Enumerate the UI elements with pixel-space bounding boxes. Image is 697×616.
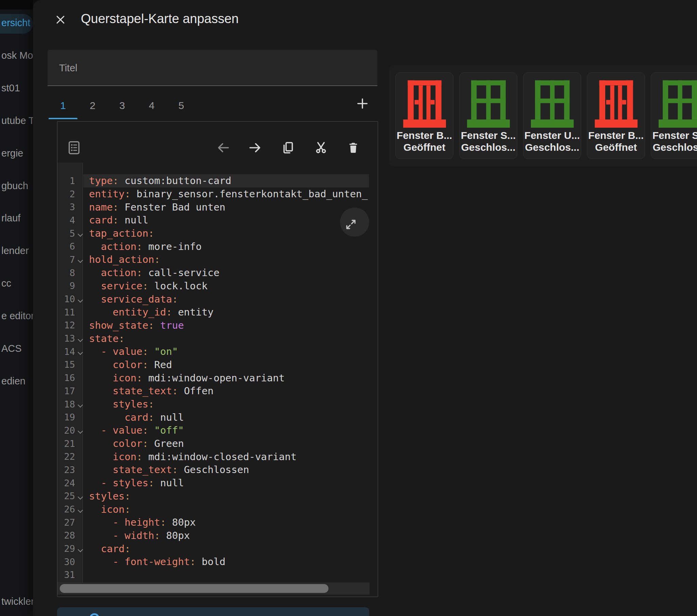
code-line: 8 action: call-service bbox=[57, 266, 378, 280]
card-state-text: Geöffnet bbox=[403, 141, 445, 153]
card-tab[interactable]: 3 bbox=[107, 92, 137, 119]
fold-caret-icon[interactable] bbox=[78, 508, 83, 514]
line-number: 21 bbox=[57, 438, 78, 449]
code-line: 13state: bbox=[57, 332, 378, 345]
card-title-input[interactable]: Titel bbox=[47, 50, 377, 86]
code-editor[interactable]: 1type: custom:button-card2entity: binary… bbox=[57, 163, 378, 582]
fold-caret-icon[interactable] bbox=[78, 495, 83, 500]
button-card-preview[interactable]: Fenster B... Geöffnet bbox=[395, 72, 454, 159]
code-line: 6 action: more-info bbox=[57, 240, 378, 253]
code-line: 9 service: lock.lock bbox=[57, 280, 378, 293]
horizontal-scrollbar-track[interactable] bbox=[57, 582, 370, 595]
sidebar-item-developer-tools[interactable]: twicklerw bbox=[1, 596, 33, 607]
code-line: 1type: custom:button-card bbox=[57, 174, 378, 187]
line-number: 7 bbox=[57, 254, 78, 265]
line-number: 20 bbox=[57, 425, 78, 436]
sidebar-item[interactable]: utube Te bbox=[1, 115, 33, 126]
sidebar-item[interactable]: st01 bbox=[1, 82, 20, 93]
card-tab[interactable]: 2 bbox=[78, 92, 107, 119]
code-line: 27 - height: 80px bbox=[57, 516, 378, 529]
fold-caret-icon[interactable] bbox=[78, 403, 83, 408]
card-state-text: Geschlos... bbox=[653, 141, 697, 153]
line-number: 13 bbox=[57, 333, 78, 344]
window-closed-variant-icon bbox=[656, 79, 697, 128]
code-line: 19 card: null bbox=[57, 410, 378, 424]
sidebar-item[interactable]: ersicht bbox=[1, 17, 30, 29]
line-number: 3 bbox=[57, 202, 78, 212]
button-card-preview[interactable]: Fenster U... Geschlos... bbox=[523, 72, 581, 159]
fold-caret-icon[interactable] bbox=[78, 337, 83, 343]
line-number: 19 bbox=[57, 412, 78, 422]
sidebar-item[interactable]: lender bbox=[1, 245, 29, 256]
fold-caret-icon[interactable] bbox=[78, 258, 83, 264]
line-number: 10 bbox=[57, 294, 78, 304]
yaml-editor-panel: 1type: custom:button-card2entity: binary… bbox=[57, 121, 378, 597]
card-entity-name: Fenster S... bbox=[461, 130, 516, 141]
close-button[interactable] bbox=[52, 12, 69, 28]
code-line: 25styles: bbox=[57, 490, 378, 503]
card-state-text: Geschlos... bbox=[525, 141, 579, 153]
code-line: 3name: Fenster Bad unten bbox=[57, 200, 378, 214]
button-card-preview[interactable]: Fenster S... Geschlos... bbox=[459, 72, 517, 159]
button-card-preview[interactable]: Fenster B... Geöffnet bbox=[587, 72, 645, 159]
line-number: 2 bbox=[57, 189, 78, 199]
fold-caret-icon[interactable] bbox=[78, 350, 83, 356]
undo-button[interactable] bbox=[216, 140, 231, 155]
horizontal-scrollbar-thumb[interactable] bbox=[60, 584, 328, 593]
fullscreen-button[interactable] bbox=[343, 217, 358, 232]
sidebar-item[interactable]: cc bbox=[1, 278, 11, 289]
code-line: 22 icon: mdi:window-closed-variant bbox=[57, 450, 378, 463]
line-number: 23 bbox=[57, 465, 78, 475]
code-line: 15 color: Red bbox=[57, 358, 378, 372]
fold-caret-icon[interactable] bbox=[78, 298, 83, 304]
card-tab[interactable]: 5 bbox=[166, 92, 196, 119]
delete-button[interactable] bbox=[345, 140, 361, 155]
copy-button[interactable] bbox=[280, 140, 296, 155]
line-number: 28 bbox=[57, 530, 78, 541]
edit-card-dialog: Querstapel-Karte anpassen Titel 12345 bbox=[33, 0, 697, 616]
line-number: 18 bbox=[57, 399, 78, 409]
code-line: 14 - value: "on" bbox=[57, 345, 378, 358]
sidebar-item[interactable]: gbuch bbox=[1, 180, 28, 191]
redo-button[interactable] bbox=[247, 140, 263, 155]
code-line: 4card: null bbox=[57, 214, 378, 227]
close-icon bbox=[55, 14, 66, 26]
card-tab[interactable]: 4 bbox=[137, 92, 166, 119]
line-number: 4 bbox=[57, 215, 78, 225]
arrow-right-icon bbox=[248, 141, 262, 154]
dialog-title: Querstapel-Karte anpassen bbox=[81, 12, 239, 26]
card-state-text: Geschlos... bbox=[461, 141, 515, 153]
add-card-button[interactable] bbox=[354, 95, 371, 112]
button-card-preview[interactable]: Fenster S... Geschlos... bbox=[651, 72, 697, 159]
card-entity-name: Fenster S... bbox=[653, 130, 697, 141]
sidebar-item[interactable]: osk Mod bbox=[1, 49, 33, 61]
card-entity-name: Fenster B... bbox=[397, 130, 452, 141]
gui-editor-toggle-button[interactable] bbox=[66, 140, 82, 155]
window-open-variant-icon bbox=[401, 79, 448, 128]
cut-button[interactable] bbox=[313, 140, 329, 155]
line-number: 16 bbox=[57, 373, 78, 383]
fold-caret-icon[interactable] bbox=[78, 548, 83, 553]
fold-caret-icon[interactable] bbox=[78, 429, 83, 435]
scissors-icon bbox=[314, 141, 328, 154]
code-line: 21 color: Green bbox=[57, 437, 378, 450]
info-circle-icon[interactable] bbox=[89, 613, 100, 616]
line-number: 1 bbox=[57, 176, 78, 186]
line-number: 22 bbox=[57, 451, 78, 462]
sidebar-top-band bbox=[0, 0, 33, 10]
line-number: 11 bbox=[57, 307, 78, 317]
sidebar-item[interactable]: e editor bbox=[1, 310, 33, 321]
card-entity-name: Fenster B... bbox=[588, 130, 644, 141]
line-number: 26 bbox=[57, 504, 78, 514]
card-tab[interactable]: 1 bbox=[48, 92, 78, 119]
sidebar-item[interactable]: edien bbox=[1, 375, 26, 387]
arrow-left-icon bbox=[217, 141, 230, 154]
sidebar-item[interactable]: ergie bbox=[1, 147, 24, 159]
line-number: 8 bbox=[57, 268, 78, 278]
code-line: 10 service_data: bbox=[57, 292, 378, 306]
fold-caret-icon[interactable] bbox=[78, 232, 83, 238]
sidebar-item[interactable]: ACS bbox=[1, 343, 22, 354]
card-tab-bar: 12345 bbox=[48, 92, 196, 119]
sidebar-item[interactable]: rlauf bbox=[1, 213, 20, 224]
code-line: 7hold_action: bbox=[57, 253, 378, 266]
